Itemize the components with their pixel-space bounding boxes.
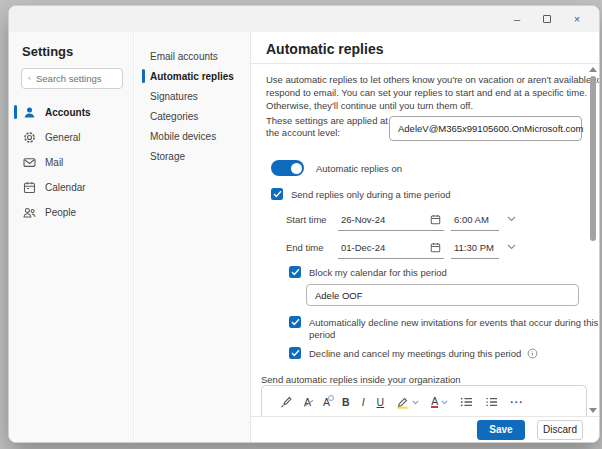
gear-icon xyxy=(23,131,36,144)
decline-invitations-line: period xyxy=(309,329,598,341)
search-box[interactable] xyxy=(21,68,123,89)
desktop-backdrop: – × Settings xyxy=(0,0,602,449)
font-size-icon: A xyxy=(323,397,330,408)
panel-title: Automatic replies xyxy=(266,41,599,57)
start-time-field[interactable]: 6:00 AM xyxy=(451,209,499,231)
sidebar-item-label: Mail xyxy=(45,157,63,168)
checkmark-icon xyxy=(291,349,300,357)
maximize-button[interactable] xyxy=(537,10,557,28)
scrollbar-thumb[interactable] xyxy=(590,76,596,241)
info-icon[interactable] xyxy=(527,348,538,359)
subnav-item-signatures[interactable]: Signatures xyxy=(135,86,250,106)
sidebar-nav: Accounts General Mai xyxy=(9,100,133,225)
start-date-value: 26-Nov-24 xyxy=(341,214,385,225)
subnav-item-automatic-replies[interactable]: Automatic replies xyxy=(135,66,250,86)
checkmark-icon xyxy=(291,318,300,326)
highlighter-icon xyxy=(396,396,409,409)
more-options-button[interactable]: ··· xyxy=(510,397,524,408)
bullet-list-button[interactable] xyxy=(460,396,473,408)
minimize-button[interactable]: – xyxy=(507,10,527,28)
calendar-icon xyxy=(23,181,36,194)
scroll-down-arrow[interactable] xyxy=(589,408,597,413)
settings-sidebar: Settings Accounts xyxy=(9,32,134,442)
close-icon: × xyxy=(574,13,580,25)
sidebar-item-general[interactable]: General xyxy=(9,125,133,150)
bold-icon: B xyxy=(342,397,350,408)
format-painter-button[interactable] xyxy=(279,396,292,409)
event-title-input[interactable] xyxy=(306,284,579,306)
search-icon xyxy=(28,73,31,84)
end-time-label: End time xyxy=(286,242,324,253)
start-time-value: 6:00 AM xyxy=(454,214,489,225)
time-period-row: Send replies only during a time period xyxy=(271,188,599,201)
decline-meetings-checkbox[interactable] xyxy=(289,347,301,359)
sidebar-item-calendar[interactable]: Calendar xyxy=(9,175,133,200)
start-time-dropdown[interactable] xyxy=(507,216,516,222)
reply-editor-toolbar: A A B I U A xyxy=(261,385,587,418)
subnav-item-mobile-devices[interactable]: Mobile devices xyxy=(135,126,250,146)
subnav-item-categories[interactable]: Categories xyxy=(135,106,250,126)
subnav-item-storage[interactable]: Storage xyxy=(135,146,250,166)
search-input[interactable] xyxy=(36,73,116,84)
end-date-field[interactable]: 01-Dec-24 xyxy=(338,237,444,259)
italic-button[interactable]: I xyxy=(362,397,365,408)
toggle-knob xyxy=(291,163,302,174)
sidebar-item-accounts[interactable]: Accounts xyxy=(9,100,133,125)
font-color-icon: A xyxy=(431,396,438,409)
subnav-item-label: Categories xyxy=(150,111,198,122)
close-button[interactable]: × xyxy=(567,10,587,28)
account-dropdown-value: AdeleV@M365x99105600.OnMicrosoft.com xyxy=(398,123,584,134)
decline-invitations-checkbox[interactable] xyxy=(289,316,301,328)
scroll-up-arrow[interactable] xyxy=(589,67,597,72)
numbered-list-button[interactable] xyxy=(485,396,498,408)
time-period-checkbox[interactable] xyxy=(271,188,283,200)
decline-invitations-label: Automatically decline new invitations fo… xyxy=(309,316,598,341)
block-calendar-checkbox[interactable] xyxy=(289,266,301,278)
underline-icon: U xyxy=(377,397,385,408)
highlight-button[interactable] xyxy=(396,396,419,409)
mail-icon xyxy=(23,156,36,169)
italic-icon: I xyxy=(362,397,365,408)
people-icon xyxy=(23,206,36,219)
discard-button[interactable]: Discard xyxy=(537,420,583,440)
decline-meetings-label: Decline and cancel my meetings during th… xyxy=(309,347,521,360)
sidebar-item-people[interactable]: People xyxy=(9,200,133,225)
end-time-dropdown[interactable] xyxy=(507,244,516,250)
chevron-down-icon[interactable] xyxy=(441,400,448,405)
account-dropdown[interactable]: AdeleV@M365x99105600.OnMicrosoft.com xyxy=(389,116,582,141)
end-time-field[interactable]: 11:30 PM xyxy=(451,237,499,259)
start-date-field[interactable]: 26-Nov-24 xyxy=(338,209,444,231)
sidebar-item-mail[interactable]: Mail xyxy=(9,150,133,175)
block-calendar-label: Block my calendar for this period xyxy=(309,266,447,279)
vertical-scrollbar[interactable] xyxy=(588,65,598,415)
decline-invitations-line: Automatically decline new invitations fo… xyxy=(309,317,598,329)
font-color-button[interactable]: A xyxy=(431,396,448,409)
chevron-down-icon xyxy=(507,216,516,222)
underline-button[interactable]: U xyxy=(377,397,385,408)
bold-button[interactable]: B xyxy=(342,397,350,408)
more-options-icon: ··· xyxy=(510,397,524,408)
panel-footer: Save Discard xyxy=(251,416,599,442)
titlebar: – × xyxy=(9,6,599,32)
calendar-picker-icon xyxy=(430,214,441,225)
selected-indicator xyxy=(14,105,17,119)
automatic-replies-toggle[interactable] xyxy=(271,160,304,176)
subnav-item-label: Storage xyxy=(150,151,185,162)
subnav-item-label: Automatic replies xyxy=(150,71,234,82)
checkmark-icon xyxy=(273,190,282,198)
sidebar-item-label: People xyxy=(45,207,76,218)
decline-invitations-row: Automatically decline new invitations fo… xyxy=(289,316,599,341)
sidebar-item-label: Calendar xyxy=(45,182,86,193)
start-time-label: Start time xyxy=(286,214,327,225)
subnav-item-email-accounts[interactable]: Email accounts xyxy=(135,46,250,66)
clear-formatting-icon: A xyxy=(304,397,311,408)
sidebar-item-label: General xyxy=(45,132,81,143)
end-date-value: 01-Dec-24 xyxy=(341,242,385,253)
clear-formatting-button[interactable]: A xyxy=(304,397,311,408)
inside-org-label: Send automatic replies inside your organ… xyxy=(261,374,599,385)
save-button[interactable]: Save xyxy=(477,420,525,440)
chevron-down-icon[interactable] xyxy=(412,400,419,405)
font-size-button[interactable]: A xyxy=(323,397,330,408)
description-line: Use automatic replies to let others know… xyxy=(266,73,599,86)
automatic-replies-toggle-row: Automatic replies on xyxy=(271,160,599,176)
